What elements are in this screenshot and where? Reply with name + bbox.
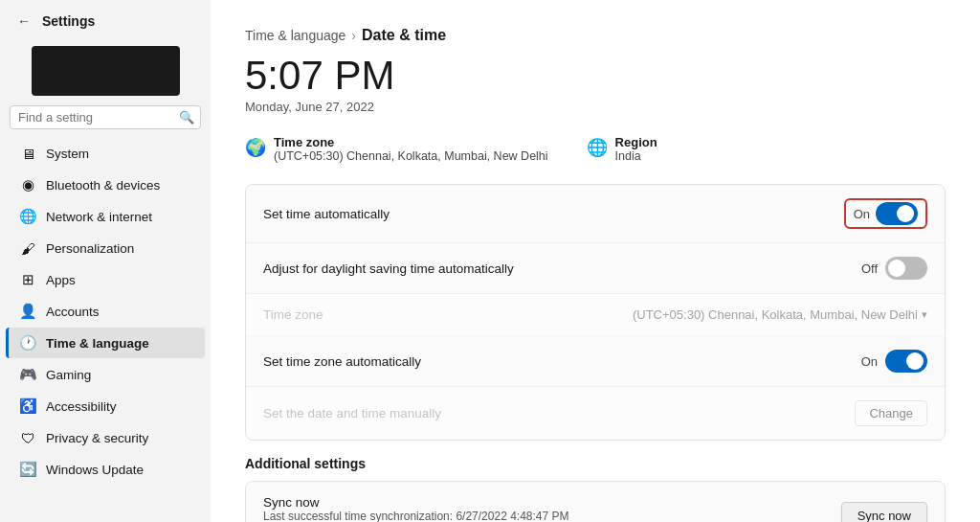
sync-now-button[interactable]: Sync now: [841, 502, 927, 522]
current-time: 5:07 PM: [245, 54, 946, 98]
time-language-icon: 🕐: [19, 334, 36, 352]
back-button[interactable]: ←: [13, 11, 34, 31]
set-timezone-label: Set time zone automatically: [263, 354, 421, 369]
timezone-setting-label: Time zone: [263, 307, 323, 322]
sidebar-item-bluetooth[interactable]: ◉ Bluetooth & devices: [6, 170, 205, 200]
adjust-daylight-label: Adjust for daylight saving time automati…: [263, 261, 514, 276]
set-timezone-toggle-wrap[interactable]: On: [861, 350, 927, 373]
info-row: 🌍 Time zone (UTC+05:30) Chennai, Kolkata…: [245, 135, 946, 163]
bluetooth-icon: ◉: [19, 176, 36, 193]
timezone-dropdown-value: (UTC+05:30) Chennai, Kolkata, Mumbai, Ne…: [633, 307, 918, 322]
nav-list: 🖥 System ◉ Bluetooth & devices 🌐 Network…: [0, 137, 211, 512]
chevron-down-icon: ▾: [922, 308, 927, 321]
avatar: [32, 46, 180, 96]
toggle-thumb: [888, 260, 905, 277]
sync-detail: Last successful time synchronization: 6/…: [263, 510, 569, 522]
timezone-icon: 🌍: [245, 137, 266, 158]
sidebar-item-label: Accounts: [46, 305, 100, 319]
region-info: 🌐 Region India: [587, 135, 657, 163]
set-timezone-toggle[interactable]: [885, 350, 927, 373]
set-time-toggle[interactable]: [876, 202, 918, 225]
sidebar-item-time-language[interactable]: 🕐 Time & language: [6, 328, 205, 358]
sidebar-item-windows-update[interactable]: 🔄 Windows Update: [6, 454, 205, 485]
sidebar-item-label: Personalization: [46, 241, 134, 256]
sidebar-header: ← Settings: [0, 0, 211, 38]
set-time-label: Set time automatically: [263, 207, 390, 221]
sidebar-item-personalization[interactable]: 🖌 Personalization: [6, 233, 205, 263]
sidebar-item-label: Apps: [46, 273, 76, 287]
set-timezone-row: Set time zone automatically On: [246, 336, 945, 387]
sync-info: Sync now Last successful time synchroniz…: [263, 495, 569, 522]
timezone-label: Time zone: [274, 135, 548, 149]
sidebar-item-privacy-security[interactable]: 🛡 Privacy & security: [6, 422, 205, 453]
timezone-value: (UTC+05:30) Chennai, Kolkata, Mumbai, Ne…: [274, 149, 548, 163]
sidebar-item-label: Gaming: [46, 368, 91, 382]
apps-icon: ⊞: [19, 271, 36, 288]
adjust-daylight-toggle[interactable]: [885, 257, 927, 280]
sidebar-item-label: Network & internet: [46, 210, 152, 224]
sync-title: Sync now: [263, 495, 569, 510]
adjust-daylight-toggle-label: Off: [861, 261, 878, 276]
sidebar-item-label: Time & language: [46, 336, 149, 351]
breadcrumb-arrow: ›: [351, 28, 356, 43]
toggle-thumb: [897, 205, 914, 222]
sidebar-item-label: Privacy & security: [46, 431, 148, 445]
timezone-dropdown[interactable]: (UTC+05:30) Chennai, Kolkata, Mumbai, Ne…: [633, 307, 927, 322]
sidebar-item-apps[interactable]: ⊞ Apps: [6, 264, 205, 295]
sidebar-item-accounts[interactable]: 👤 Accounts: [6, 296, 205, 327]
toggle-thumb: [906, 352, 924, 370]
region-label: Region: [615, 135, 657, 149]
accounts-icon: 👤: [19, 303, 36, 320]
current-date: Monday, June 27, 2022: [245, 100, 946, 114]
sidebar-item-label: Bluetooth & devices: [46, 178, 160, 193]
set-timezone-toggle-label: On: [861, 354, 878, 369]
main-content: Time & language › Date & time 5:07 PM Mo…: [211, 0, 980, 522]
gaming-icon: 🎮: [19, 366, 36, 383]
accessibility-icon: ♿: [19, 397, 36, 415]
privacy-icon: 🛡: [19, 429, 36, 446]
sidebar-item-accessibility[interactable]: ♿ Accessibility: [6, 391, 205, 421]
settings-section: Set time automatically On Adjust for day…: [245, 184, 946, 441]
sidebar-item-label: Accessibility: [46, 399, 117, 414]
timezone-info: 🌍 Time zone (UTC+05:30) Chennai, Kolkata…: [245, 135, 548, 163]
set-time-toggle-wrap[interactable]: On: [844, 198, 927, 229]
set-date-manually-row: Set the date and time manually Change: [246, 387, 945, 440]
breadcrumb: Time & language › Date & time: [245, 27, 946, 44]
sync-now-row: Sync now Last successful time synchroniz…: [246, 482, 945, 522]
sidebar: ← Settings 🔍 🖥 System ◉ Bluetooth & devi…: [0, 0, 211, 522]
additional-settings-label: Additional settings: [245, 456, 946, 471]
timezone-row: Time zone (UTC+05:30) Chennai, Kolkata, …: [246, 294, 945, 336]
search-icon: 🔍: [179, 110, 194, 125]
search-input[interactable]: [18, 110, 179, 125]
update-icon: 🔄: [19, 461, 36, 478]
search-box: 🔍: [10, 105, 201, 129]
system-icon: 🖥: [19, 145, 36, 162]
region-value: India: [615, 149, 657, 163]
adjust-daylight-toggle-wrap[interactable]: Off: [861, 257, 927, 280]
sidebar-item-label: Windows Update: [46, 463, 144, 477]
region-icon: 🌐: [587, 137, 608, 158]
additional-settings-section: Sync now Last successful time synchroniz…: [245, 481, 946, 522]
change-button[interactable]: Change: [855, 400, 927, 426]
sidebar-item-label: System: [46, 147, 89, 161]
set-time-automatically-row: Set time automatically On: [246, 185, 945, 243]
window-title: Settings: [42, 13, 95, 29]
sidebar-item-network[interactable]: 🌐 Network & internet: [6, 201, 205, 232]
personalization-icon: 🖌: [19, 239, 36, 257]
breadcrumb-current: Date & time: [362, 27, 446, 44]
sidebar-item-gaming[interactable]: 🎮 Gaming: [6, 359, 205, 390]
network-icon: 🌐: [19, 208, 36, 225]
set-time-toggle-label: On: [854, 207, 870, 221]
sidebar-item-system[interactable]: 🖥 System: [6, 138, 205, 169]
breadcrumb-parent: Time & language: [245, 28, 345, 43]
adjust-daylight-row: Adjust for daylight saving time automati…: [246, 243, 945, 294]
set-date-manually-label: Set the date and time manually: [263, 406, 441, 420]
